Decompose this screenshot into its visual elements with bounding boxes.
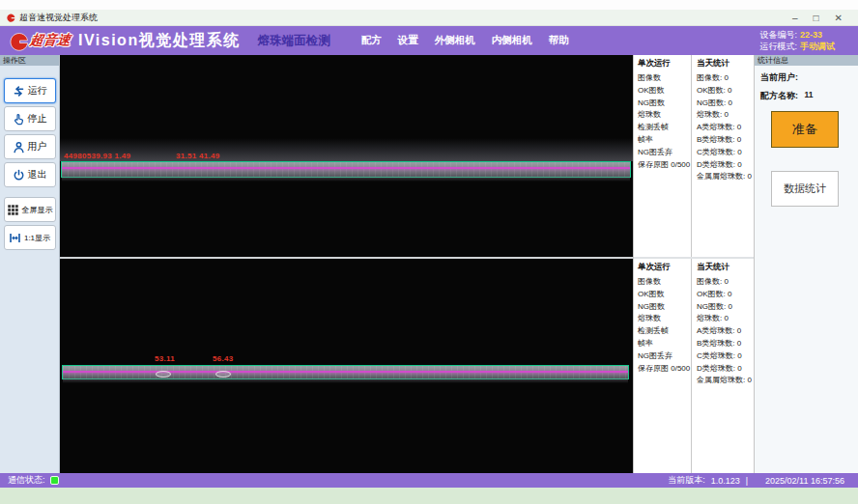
window-title: 超音速视觉处理系统 bbox=[19, 12, 98, 24]
version-value: 1.0.123 bbox=[711, 476, 740, 486]
measurement-annotation: 56.43 bbox=[213, 354, 234, 363]
stat-row: D类熔珠数: 0 bbox=[697, 363, 754, 376]
bead-marker bbox=[215, 371, 231, 378]
window-controls: – □ ✕ bbox=[792, 13, 843, 23]
stat-row: 检测丢帧 bbox=[638, 325, 691, 338]
detection-region bbox=[61, 161, 631, 178]
device-number-label: 设备编号: bbox=[759, 30, 797, 40]
run-mode-value: 手动调试 bbox=[800, 42, 835, 51]
stat-row: NG图丢弃 bbox=[638, 147, 691, 159]
sidebar: 操作区 运行停止用户退出全屏显示1:1显示 bbox=[0, 55, 60, 473]
camera-view-inner[interactable]: 53.1156.43 bbox=[60, 259, 633, 473]
stat-row: C类熔珠数: 0 bbox=[697, 350, 754, 363]
daily-stats-column: 当天统计图像数: 0OK图数: 0NG图数: 0熔珠数: 0A类熔珠数: 0B类… bbox=[692, 55, 754, 257]
stat-row: 图像数: 0 bbox=[697, 72, 754, 85]
stat-row: 帧率 bbox=[638, 134, 691, 147]
device-info: 设备编号:22-33 运行模式:手动调试 bbox=[759, 29, 835, 52]
maximize-button[interactable]: □ bbox=[814, 13, 819, 23]
run-icon bbox=[13, 85, 25, 98]
single-run-title: 单次运行 bbox=[638, 58, 691, 70]
stat-row: 熔珠数 bbox=[638, 109, 691, 122]
stat-row: B类熔珠数: 0 bbox=[697, 338, 754, 350]
stat-row: OK图数 bbox=[638, 85, 691, 98]
menu-item-2[interactable]: 设置 bbox=[398, 34, 418, 47]
stat-row: 图像数 bbox=[638, 276, 691, 289]
sidebar-button-run[interactable]: 运行 bbox=[4, 78, 56, 103]
measurement-annotation: 44980539.93 1.49 bbox=[64, 152, 130, 160]
daily-stats-title: 当天统计 bbox=[697, 58, 754, 70]
menu-item-1[interactable]: 配方 bbox=[361, 34, 382, 47]
stat-row: NG图数 bbox=[638, 98, 691, 110]
minimize-button[interactable]: – bbox=[792, 13, 798, 23]
stat-row: D类熔珠数: 0 bbox=[697, 159, 754, 172]
version-label: 当前版本: bbox=[668, 474, 705, 487]
brand-logo-icon bbox=[8, 30, 29, 51]
sidebar-buttons: 运行停止用户退出全屏显示1:1显示 bbox=[0, 66, 59, 250]
stat-row: NG图丢弃 bbox=[638, 350, 691, 363]
detection-region bbox=[62, 365, 629, 379]
laser-line bbox=[62, 167, 630, 169]
recipe-name-value: 11 bbox=[805, 90, 814, 99]
stat-row: OK图数 bbox=[638, 289, 691, 301]
data-statistics-button[interactable]: 数据统计 bbox=[771, 171, 839, 207]
stat-row: 检测丢帧 bbox=[638, 122, 691, 134]
current-user-label: 当前用户: bbox=[760, 72, 798, 82]
stat-row: 熔珠数 bbox=[638, 313, 691, 325]
menu-item-4[interactable]: 内侧相机 bbox=[492, 34, 532, 47]
stat-row: 熔珠数: 0 bbox=[697, 313, 754, 325]
sidebar-button-stop[interactable]: 停止 bbox=[4, 106, 56, 131]
sidebar-button-label: 停止 bbox=[28, 112, 47, 126]
stat-row: 金属屑熔珠数: 0 bbox=[697, 171, 754, 183]
sidebar-button-label: 用户 bbox=[28, 140, 47, 154]
app-header: 超音速 IVision视觉处理系统 熔珠端面检测 配方设置外侧相机内侧相机帮助 … bbox=[0, 26, 858, 55]
stat-row: B类熔珠数: 0 bbox=[697, 134, 754, 147]
stat-row: OK图数: 0 bbox=[697, 289, 754, 301]
reflection-band bbox=[60, 138, 633, 161]
daily-stats-column: 当天统计图像数: 0OK图数: 0NG图数: 0熔珠数: 0A类熔珠数: 0B类… bbox=[692, 259, 754, 473]
bead-marker bbox=[156, 371, 171, 378]
fullscreen-icon bbox=[7, 204, 19, 216]
main-content: 操作区 运行停止用户退出全屏显示1:1显示 44980539.93 1.4931… bbox=[0, 55, 858, 473]
statistics-column: 单次运行图像数OK图数NG图数熔珠数检测丢帧帧率NG图丢弃保存原图 0/500当… bbox=[633, 55, 754, 473]
close-button[interactable]: ✕ bbox=[835, 13, 843, 23]
stat-row: 帧率 bbox=[638, 338, 691, 350]
measurement-annotation: 53.11 bbox=[155, 354, 175, 363]
datetime: 2025/02/11 16:57:56 bbox=[765, 476, 844, 486]
sidebar-button-label: 运行 bbox=[28, 84, 47, 98]
sidebar-button-exit[interactable]: 退出 bbox=[4, 162, 56, 187]
info-panel-title: 统计信息 bbox=[755, 55, 858, 66]
stat-row: 熔珠数: 0 bbox=[697, 109, 754, 122]
stat-row: NG图数: 0 bbox=[697, 301, 754, 314]
comm-status-label: 通信状态: bbox=[8, 474, 45, 487]
sidebar-button-label: 全屏显示 bbox=[22, 205, 53, 215]
menu-item-3[interactable]: 外侧相机 bbox=[435, 34, 475, 47]
daily-stats-title: 当天统计 bbox=[697, 262, 754, 273]
single-run-column: 单次运行图像数OK图数NG图数熔珠数检测丢帧帧率NG图丢弃保存原图 0/500 bbox=[634, 55, 692, 257]
app-subtitle: 熔珠端面检测 bbox=[258, 33, 330, 49]
sidebar-button-user[interactable]: 用户 bbox=[4, 134, 56, 159]
single-run-column: 单次运行图像数OK图数NG图数熔珠数检测丢帧帧率NG图丢弃保存原图 0/500 bbox=[634, 259, 692, 473]
sidebar-button-one-to-one[interactable]: 1:1显示 bbox=[4, 225, 56, 250]
camera-views: 44980539.93 1.4931.51 41.49 53.1156.43 bbox=[60, 55, 633, 473]
stop-icon bbox=[13, 113, 25, 126]
stat-row: OK图数: 0 bbox=[697, 85, 754, 98]
stats-panel-inner: 单次运行图像数OK图数NG图数熔珠数检测丢帧帧率NG图丢弃保存原图 0/500当… bbox=[634, 259, 754, 473]
camera-view-outer[interactable]: 44980539.93 1.4931.51 41.49 bbox=[60, 55, 633, 257]
sidebar-button-fullscreen[interactable]: 全屏显示 bbox=[4, 197, 56, 222]
sidebar-button-label: 1:1显示 bbox=[24, 233, 50, 243]
one-to-one-icon bbox=[9, 232, 21, 244]
info-panel: 统计信息 当前用户: 配方名称: 11 准备 数据统计 bbox=[754, 55, 858, 473]
desktop: 超音速视觉处理系统 – □ ✕ 超音速 IVision视觉处理系统 熔珠端面检测… bbox=[0, 0, 858, 504]
comm-status-indicator bbox=[50, 476, 59, 485]
status-bar: 通信状态: 当前版本: 1.0.123 | 2025/02/11 16:57:5… bbox=[0, 473, 858, 488]
prepare-button[interactable]: 准备 bbox=[771, 111, 839, 148]
menu-item-5[interactable]: 帮助 bbox=[549, 34, 569, 47]
app-icon bbox=[6, 13, 15, 22]
user-icon bbox=[13, 141, 25, 154]
stat-row: 图像数: 0 bbox=[697, 276, 754, 289]
brand-name: 超音速 bbox=[29, 32, 72, 49]
stat-row: 图像数 bbox=[638, 72, 691, 85]
stat-row: C类熔珠数: 0 bbox=[697, 147, 754, 159]
sidebar-title: 操作区 bbox=[0, 55, 59, 66]
stat-row: A类熔珠数: 0 bbox=[697, 325, 754, 338]
